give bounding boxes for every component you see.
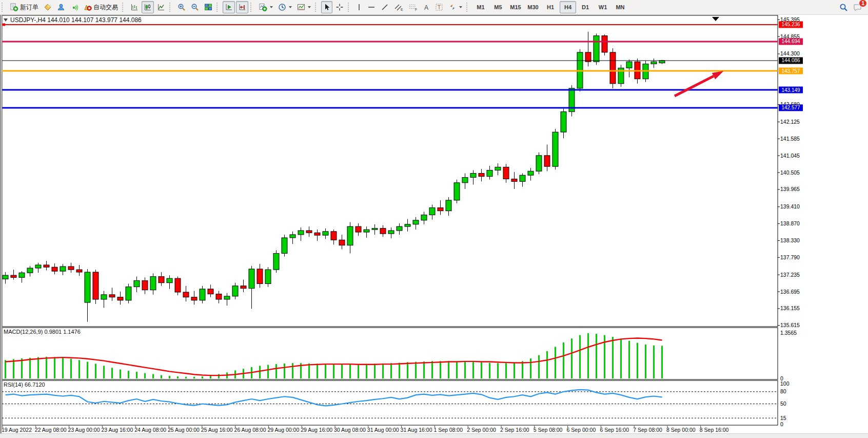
channel-button[interactable]: E xyxy=(392,1,405,13)
toolbar-grip[interactable] xyxy=(315,3,319,12)
timeframe-group: M1M5M15M30H1H4D1W1MN xyxy=(472,1,629,13)
svg-text:137.790: 137.790 xyxy=(780,254,800,260)
main-toolbar: 新订单 自动 xyxy=(0,0,868,15)
zoom-out-icon xyxy=(191,3,199,11)
text-label-icon: T xyxy=(435,3,443,11)
timeframe-button-M1[interactable]: M1 xyxy=(472,1,489,13)
vertical-line-icon xyxy=(356,3,362,11)
svg-text:25 Aug 16:00: 25 Aug 16:00 xyxy=(201,427,233,433)
horizontal-line-icon xyxy=(367,3,376,11)
chart-shift-button[interactable] xyxy=(236,1,248,13)
text-button[interactable]: A xyxy=(421,1,432,13)
timeframe-button-MN[interactable]: MN xyxy=(612,1,628,13)
svg-text:24 Aug 08:00: 24 Aug 08:00 xyxy=(134,427,166,433)
chart-bars-button[interactable] xyxy=(128,1,141,13)
toolbar-grip[interactable] xyxy=(2,3,5,12)
new-order-button[interactable]: 新订单 xyxy=(8,1,41,13)
text-label-button[interactable]: T xyxy=(433,1,445,13)
timeframe-button-M30[interactable]: M30 xyxy=(525,1,541,13)
candles-chart-icon xyxy=(144,3,152,11)
cursor-button[interactable] xyxy=(321,1,332,13)
svg-text:141.585: 141.585 xyxy=(780,136,800,142)
vertical-line-button[interactable] xyxy=(354,1,364,13)
svg-text:138.870: 138.870 xyxy=(780,220,800,226)
macd-label: MACD(12,26,9) 0.9801 1.1476 xyxy=(4,329,81,335)
auto-trading-icon xyxy=(84,3,92,11)
toolbar-grip[interactable] xyxy=(122,3,126,12)
svg-text:F: F xyxy=(415,8,417,11)
periods-button[interactable] xyxy=(276,1,294,13)
svg-text:5 Sep 08:00: 5 Sep 08:00 xyxy=(534,427,563,433)
svg-text:144.694: 144.694 xyxy=(781,39,800,44)
dropdown-arrow-icon xyxy=(459,6,462,8)
fibonacci-icon: F xyxy=(408,3,418,11)
auto-scroll-button[interactable] xyxy=(223,1,235,13)
search-button[interactable] xyxy=(837,1,850,13)
svg-text:1.3565: 1.3565 xyxy=(780,330,797,336)
signals-button[interactable] xyxy=(68,1,81,13)
tile-windows-button[interactable] xyxy=(202,1,214,13)
notification-badge: 1 xyxy=(859,0,867,7)
crosshair-button[interactable] xyxy=(333,1,346,13)
crosshair-icon xyxy=(336,3,344,11)
toolbar-grip[interactable] xyxy=(169,3,173,12)
timeframe-button-H1[interactable]: H1 xyxy=(542,1,559,13)
toolbar-grip[interactable] xyxy=(348,3,351,12)
svg-text:135.615: 135.615 xyxy=(780,322,800,328)
community-button[interactable] xyxy=(55,1,67,13)
svg-text:8 Sep 16:00: 8 Sep 16:00 xyxy=(700,427,729,433)
symbol-dropdown-icon[interactable] xyxy=(4,18,8,22)
indicators-button[interactable] xyxy=(257,1,275,13)
market-button[interactable] xyxy=(42,1,54,13)
chart-line-button[interactable] xyxy=(155,1,167,13)
svg-text:E: E xyxy=(401,8,403,11)
trading-terminal-window: 145.395144.855144.300142.680142.125141.5… xyxy=(0,0,868,438)
cursor-icon xyxy=(323,3,330,11)
auto-trading-button[interactable]: 自动交易 xyxy=(82,1,120,13)
zoom-out-button[interactable] xyxy=(189,1,201,13)
templates-button[interactable] xyxy=(295,1,313,13)
chart-shift-icon xyxy=(238,3,246,11)
timeframe-button-W1[interactable]: W1 xyxy=(595,1,611,13)
timeframe-button-M15[interactable]: M15 xyxy=(507,1,524,13)
zoom-in-button[interactable] xyxy=(175,1,188,13)
notifications-button[interactable]: 1 xyxy=(851,1,864,13)
chart-candles-button[interactable] xyxy=(142,1,154,13)
svg-text:25 Aug 00:00: 25 Aug 00:00 xyxy=(168,427,200,433)
rsi-label: RSI(14) 66.7120 xyxy=(4,382,45,388)
svg-text:139.410: 139.410 xyxy=(780,203,800,210)
svg-text:138.330: 138.330 xyxy=(780,237,800,243)
timeframe-button-D1[interactable]: D1 xyxy=(577,1,594,13)
arrows-tool-icon xyxy=(448,3,457,11)
auto-scroll-icon xyxy=(225,3,233,11)
svg-text:30 Aug 08:00: 30 Aug 08:00 xyxy=(334,427,366,433)
chart-canvas[interactable]: 145.395144.855144.300142.680142.125141.5… xyxy=(0,0,868,438)
svg-text:22 Aug 08:00: 22 Aug 08:00 xyxy=(35,427,67,433)
svg-text:31 Aug 16:00: 31 Aug 16:00 xyxy=(401,427,432,433)
dropdown-arrow-icon xyxy=(270,6,273,8)
horizontal-line-button[interactable] xyxy=(365,1,378,13)
svg-text:144.086: 144.086 xyxy=(781,58,800,63)
svg-text:6 Sep 00:00: 6 Sep 00:00 xyxy=(567,427,596,433)
indicators-icon xyxy=(259,3,267,11)
toolbar-grip[interactable] xyxy=(466,3,470,12)
svg-text:145.236: 145.236 xyxy=(781,22,800,27)
svg-text:140.505: 140.505 xyxy=(780,169,800,176)
arrows-button[interactable] xyxy=(446,1,464,13)
svg-text:29 Aug 16:00: 29 Aug 16:00 xyxy=(301,427,332,433)
timeframe-button-M5[interactable]: M5 xyxy=(490,1,506,13)
auto-trading-label: 自动交易 xyxy=(93,3,118,12)
svg-text:15: 15 xyxy=(780,415,786,421)
svg-text:142.577: 142.577 xyxy=(781,105,800,110)
toolbar-grip[interactable] xyxy=(250,3,254,12)
bars-chart-icon xyxy=(130,3,139,11)
fibonacci-button[interactable]: F xyxy=(406,1,420,13)
svg-text:29 Aug 00:00: 29 Aug 00:00 xyxy=(267,427,299,433)
timeframe-button-H4[interactable]: H4 xyxy=(560,1,576,13)
trendline-button[interactable] xyxy=(379,1,391,13)
svg-text:143.149: 143.149 xyxy=(781,87,800,93)
dropdown-arrow-icon xyxy=(289,6,292,8)
zoom-in-icon xyxy=(177,3,186,11)
toolbar-grip[interactable] xyxy=(216,3,220,12)
chart-title: USDJPY-,H4 144.010 144.107 143.977 144.0… xyxy=(10,16,142,24)
